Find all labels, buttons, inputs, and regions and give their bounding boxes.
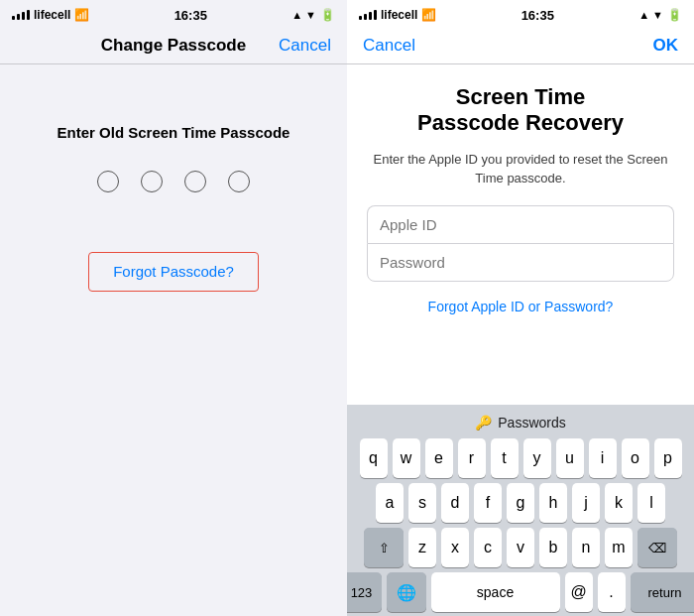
passcode-dots-row bbox=[97, 171, 250, 192]
bar4 bbox=[27, 10, 30, 20]
key-b[interactable]: b bbox=[539, 528, 567, 567]
passcode-dot-4 bbox=[228, 171, 250, 192]
recovery-title: Screen TimePasscode Recovery bbox=[367, 84, 674, 137]
key-d[interactable]: d bbox=[441, 483, 469, 523]
passcode-dot-1 bbox=[97, 171, 119, 192]
keyboard-row-2: a s d f g h j k l bbox=[351, 483, 690, 523]
nav-bar-right: Cancel OK bbox=[347, 28, 694, 64]
keyboard-header: 🔑 Passwords bbox=[351, 411, 690, 438]
page-title-left: Change Passcode bbox=[101, 36, 246, 56]
key-w[interactable]: w bbox=[393, 438, 420, 478]
status-bar-right: lifecell 📶 16:35 ▲ ▼ 🔋 bbox=[347, 0, 694, 28]
time-left: 16:35 bbox=[174, 8, 207, 23]
key-h[interactable]: h bbox=[539, 483, 567, 523]
key-z[interactable]: z bbox=[408, 528, 436, 567]
key-r[interactable]: r bbox=[458, 438, 486, 478]
bar3 bbox=[22, 12, 25, 20]
battery-icon-left: 🔋 bbox=[320, 8, 335, 22]
time-right: 16:35 bbox=[521, 8, 554, 23]
key-q[interactable]: q bbox=[360, 438, 388, 478]
key-p[interactable]: p bbox=[654, 438, 682, 478]
dot-key[interactable]: . bbox=[598, 572, 626, 612]
key-f[interactable]: f bbox=[474, 483, 502, 523]
key-k[interactable]: k bbox=[605, 483, 633, 523]
carrier-name-right: lifecell bbox=[381, 8, 417, 22]
cancel-button-left[interactable]: Cancel bbox=[279, 36, 331, 56]
keyboard-bottom-row: 123 🌐 space @ . return bbox=[351, 572, 690, 612]
signal-icon-right bbox=[359, 10, 377, 20]
bar1r bbox=[359, 16, 362, 20]
delete-key[interactable]: ⌫ bbox=[637, 528, 677, 567]
num-key[interactable]: 123 bbox=[342, 572, 382, 612]
left-panel: lifecell 📶 16:35 ▲ ▼ 🔋 Change Passcode C… bbox=[0, 0, 347, 616]
return-key[interactable]: return bbox=[631, 572, 695, 612]
recovery-description: Enter the Apple ID you provided to reset… bbox=[367, 151, 674, 188]
cancel-button-right[interactable]: Cancel bbox=[363, 36, 415, 56]
forgot-passcode-box: Forgot Passcode? bbox=[88, 252, 259, 292]
globe-key[interactable]: 🌐 bbox=[387, 572, 426, 612]
key-g[interactable]: g bbox=[507, 483, 534, 523]
key-m[interactable]: m bbox=[605, 528, 633, 567]
key-n[interactable]: n bbox=[572, 528, 600, 567]
shift-key[interactable]: ⇧ bbox=[364, 528, 404, 567]
left-content: Enter Old Screen Time Passcode Forgot Pa… bbox=[0, 64, 347, 616]
forgot-passcode-link[interactable]: Forgot Passcode? bbox=[113, 263, 234, 280]
keyboard-row-1: q w e r t y u i o p bbox=[351, 438, 690, 478]
password-input[interactable] bbox=[367, 243, 674, 282]
space-key[interactable]: space bbox=[431, 572, 560, 612]
signal-icon bbox=[12, 10, 30, 20]
keyboard-area: 🔑 Passwords q w e r t y u i o p a s d f … bbox=[347, 405, 694, 616]
passcode-dot-3 bbox=[184, 171, 206, 192]
key-x[interactable]: x bbox=[441, 528, 469, 567]
key-a[interactable]: a bbox=[376, 483, 404, 523]
signal-right-icon: ▲ ▼ bbox=[291, 9, 316, 21]
status-bar-left: lifecell 📶 16:35 ▲ ▼ 🔋 bbox=[0, 0, 347, 28]
key-icon: 🔑 bbox=[475, 415, 492, 431]
bar3r bbox=[369, 12, 372, 20]
signal-arrows-icon: ▲ ▼ bbox=[638, 9, 663, 21]
carrier-left: lifecell 📶 bbox=[12, 8, 89, 22]
forgot-apple-id-link[interactable]: Forgot Apple ID or Password? bbox=[428, 299, 614, 314]
bar1 bbox=[12, 16, 15, 20]
forgot-link-container: Forgot Apple ID or Password? bbox=[367, 298, 674, 315]
carrier-right: lifecell 📶 bbox=[359, 8, 436, 22]
battery-area-left: ▲ ▼ 🔋 bbox=[291, 8, 335, 22]
battery-area-right: ▲ ▼ 🔋 bbox=[638, 8, 682, 22]
key-u[interactable]: u bbox=[556, 438, 584, 478]
carrier-name-left: lifecell bbox=[34, 8, 70, 22]
key-e[interactable]: e bbox=[425, 438, 453, 478]
wifi-icon-right: 📶 bbox=[421, 8, 436, 22]
passwords-label: Passwords bbox=[498, 415, 565, 431]
key-c[interactable]: c bbox=[474, 528, 502, 567]
ok-button-right[interactable]: OK bbox=[653, 36, 679, 56]
key-s[interactable]: s bbox=[408, 483, 436, 523]
key-t[interactable]: t bbox=[491, 438, 519, 478]
key-j[interactable]: j bbox=[572, 483, 600, 523]
wifi-icon-left: 📶 bbox=[74, 8, 89, 22]
right-panel: lifecell 📶 16:35 ▲ ▼ 🔋 Cancel OK Screen … bbox=[347, 0, 694, 616]
bar4r bbox=[374, 10, 377, 20]
battery-icon-right: 🔋 bbox=[667, 8, 682, 22]
key-y[interactable]: y bbox=[523, 438, 551, 478]
nav-bar-left: Change Passcode Cancel bbox=[0, 28, 347, 64]
key-i[interactable]: i bbox=[589, 438, 617, 478]
recovery-title-text: Screen TimePasscode Recovery bbox=[417, 84, 624, 135]
key-o[interactable]: o bbox=[622, 438, 649, 478]
bar2r bbox=[364, 14, 367, 20]
at-key[interactable]: @ bbox=[565, 572, 593, 612]
bar2 bbox=[17, 14, 20, 20]
key-v[interactable]: v bbox=[507, 528, 534, 567]
key-l[interactable]: l bbox=[637, 483, 665, 523]
passcode-dot-2 bbox=[141, 171, 163, 192]
keyboard-row-3: ⇧ z x c v b n m ⌫ bbox=[351, 528, 690, 567]
passcode-prompt-label: Enter Old Screen Time Passcode bbox=[58, 124, 290, 141]
right-content: Screen TimePasscode Recovery Enter the A… bbox=[347, 64, 694, 333]
apple-id-input[interactable] bbox=[367, 205, 674, 243]
